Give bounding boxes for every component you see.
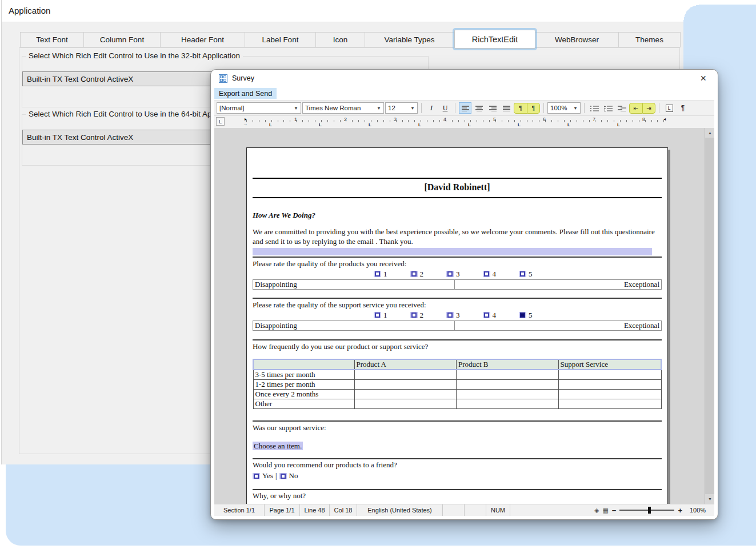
ruler-number: 5 — [493, 117, 496, 122]
table-cell[interactable] — [558, 380, 661, 390]
tab-type-button[interactable]: L — [663, 102, 675, 114]
rating-option[interactable]: 3 — [446, 270, 460, 279]
page-view-icon[interactable]: ▦ — [602, 507, 608, 514]
rating-option[interactable]: 3 — [446, 311, 460, 320]
checkbox-icon[interactable] — [375, 312, 380, 318]
table-cell[interactable] — [457, 399, 559, 409]
zoom-slider[interactable] — [619, 507, 674, 514]
underline-button[interactable]: U — [439, 102, 451, 114]
ltr-direction-button[interactable]: ¶ — [514, 103, 527, 114]
table-cell[interactable] — [457, 380, 559, 390]
checkbox-icon[interactable] — [484, 271, 489, 276]
tab-themes[interactable]: Themes — [619, 32, 681, 47]
tab-stop-marker[interactable]: L — [418, 122, 421, 127]
rating-option[interactable]: 4 — [483, 311, 497, 320]
document-area[interactable]: [David Robinett] How Are We Doing? We ar… — [214, 128, 714, 504]
table-row: Other — [253, 399, 661, 409]
tab-stop-marker[interactable]: L — [468, 122, 471, 127]
checkbox-icon[interactable] — [375, 271, 380, 276]
style-combo[interactable]: [Normal] ▼ — [217, 102, 301, 114]
bullet-list-button[interactable] — [602, 102, 614, 114]
zoom-out-button[interactable]: − — [612, 506, 617, 515]
tab-stop-marker[interactable]: L — [319, 122, 322, 127]
status-language: English (United States) — [357, 504, 443, 516]
zoom-slider-thumb[interactable] — [648, 507, 651, 514]
right-indent-marker[interactable]: ◂ — [663, 117, 666, 122]
pan-view-icon[interactable]: ◈ — [594, 507, 599, 514]
justify-button[interactable] — [500, 102, 513, 114]
yes-checkbox-icon[interactable] — [254, 474, 259, 479]
no-checkbox-icon[interactable] — [281, 474, 286, 479]
table-cell[interactable] — [354, 399, 457, 409]
table-cell[interactable] — [354, 390, 457, 399]
tab-stop-marker[interactable]: L — [369, 122, 371, 127]
scroll-up-button[interactable]: ▲ — [705, 128, 714, 138]
show-marks-button[interactable]: ¶ — [677, 102, 689, 114]
rating-option[interactable]: 4 — [483, 270, 497, 279]
align-center-button[interactable] — [473, 102, 485, 114]
font-combo[interactable]: Times New Roman ▼ — [302, 102, 384, 114]
choose-item-dropdown[interactable]: Choose an item. — [253, 442, 662, 451]
rating-option[interactable]: 1 — [374, 270, 387, 279]
vertical-scrollbar[interactable]: ▲ ▼ — [705, 128, 714, 504]
left-indent-marker[interactable]: → — [243, 122, 247, 127]
products-rating-row: 1 2 3 4 5 — [253, 270, 662, 278]
table-cell[interactable] — [457, 370, 559, 380]
italic-button[interactable]: I — [425, 102, 438, 114]
table-cell[interactable] — [558, 399, 661, 409]
tab-icon[interactable]: Icon — [316, 32, 365, 47]
tab-label-font[interactable]: Label Font — [245, 32, 316, 47]
checkbox-icon[interactable] — [520, 271, 525, 276]
tab-column-font[interactable]: Column Font — [84, 32, 161, 47]
rating-option[interactable]: 2 — [410, 311, 424, 320]
zoom-in-button[interactable]: + — [678, 506, 682, 515]
tab-variable-types[interactable]: Variable Types — [365, 32, 454, 47]
multilevel-list-button[interactable] — [615, 102, 628, 114]
tab-stop-marker[interactable]: L — [617, 122, 620, 127]
decrease-indent-button[interactable]: ⇤ — [629, 103, 642, 114]
tab-webbrowser[interactable]: WebBrowser — [535, 32, 619, 47]
zoom-combo[interactable]: 100% ▼ — [547, 102, 581, 114]
checkbox-icon[interactable] — [484, 312, 489, 318]
tab-text-font[interactable]: Text Font — [20, 32, 84, 47]
rating-option-selected[interactable]: 5 — [519, 311, 533, 320]
font-size-combo[interactable]: 12 ▼ — [385, 102, 418, 114]
close-icon[interactable]: × — [697, 73, 710, 83]
align-left-button[interactable] — [459, 102, 471, 114]
table-cell[interactable] — [354, 380, 457, 390]
increase-indent-button[interactable]: ⇥ — [642, 103, 655, 114]
first-line-indent-marker[interactable]: ▸ — [245, 117, 247, 122]
checkbox-icon[interactable] — [411, 271, 417, 276]
header-cell — [253, 359, 354, 370]
table-cell[interactable] — [457, 390, 559, 399]
checkbox-icon[interactable] — [411, 312, 417, 318]
document-page[interactable]: [David Robinett] How Are We Doing? We ar… — [246, 147, 668, 504]
rtl-direction-button[interactable]: ¶ — [527, 103, 540, 114]
table-cell[interactable] — [354, 370, 457, 380]
rating-option[interactable]: 1 — [374, 311, 387, 320]
numbered-list-button[interactable] — [588, 102, 601, 114]
tab-richtextedit[interactable]: RichTextEdit — [454, 30, 535, 49]
table-cell[interactable] — [558, 370, 661, 380]
tab-header-font[interactable]: Header Font — [161, 32, 245, 47]
checkbox-icon[interactable] — [447, 312, 453, 318]
align-right-button[interactable] — [486, 102, 499, 114]
chevron-down-icon: ▼ — [571, 106, 578, 111]
dialog-titlebar[interactable]: Survey × — [214, 70, 714, 87]
groupbox-32bit-label: Select Which Rich Edit Control to Use in… — [26, 51, 243, 60]
tab-stop-marker[interactable]: L — [269, 122, 272, 127]
scroll-down-button[interactable]: ▼ — [705, 494, 714, 504]
tab-stop-marker[interactable]: L — [518, 122, 521, 127]
tab-stop-marker[interactable]: L — [567, 122, 570, 127]
rating-option[interactable]: 2 — [410, 270, 424, 279]
checkbox-checked-icon[interactable] — [520, 312, 525, 318]
checkbox-icon[interactable] — [447, 271, 453, 276]
tab-selector-button[interactable]: L — [216, 117, 225, 126]
table-cell[interactable] — [558, 390, 661, 399]
status-blank — [465, 504, 486, 516]
chevron-down-icon: ▼ — [291, 106, 298, 111]
menu-export-and-send[interactable]: Export and Send — [214, 88, 277, 99]
zoom-controls: ◈ ▦ − + 100% — [590, 506, 714, 515]
ruler[interactable]: L ▸ → ◂ 1 2 3 4 5 6 7 8 L L L L L L L L — [214, 116, 714, 128]
rating-option[interactable]: 5 — [519, 270, 533, 279]
